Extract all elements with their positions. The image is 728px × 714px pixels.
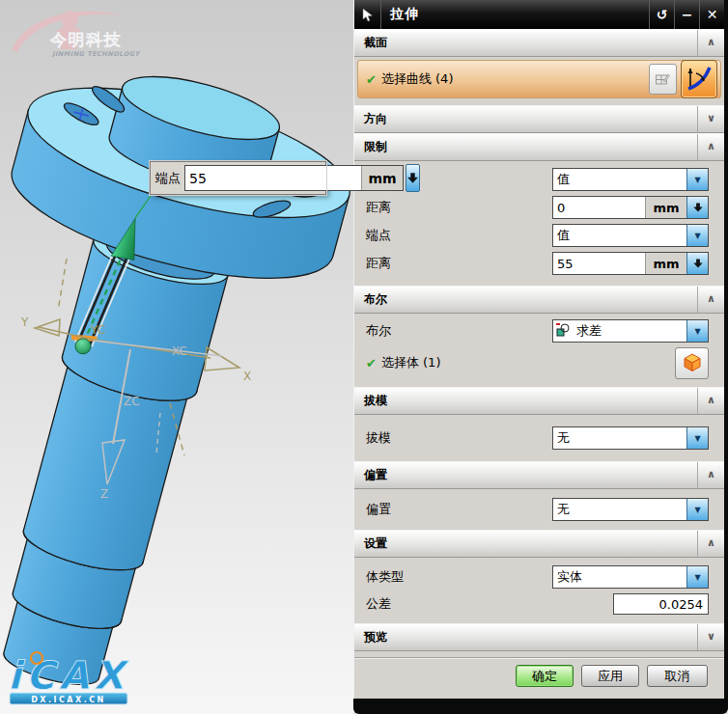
dropdown-arrow-icon[interactable]: ▼ (686, 566, 708, 588)
chevron-collapse-icon[interactable]: ∧ (697, 462, 724, 488)
watermark-brand-cn: 今明科技 (49, 30, 122, 49)
chevron-collapse-icon[interactable]: ∧ (697, 531, 724, 557)
xc-axis-label: XC (172, 344, 187, 358)
ok-button[interactable]: 确定 (516, 665, 574, 687)
onscreen-end-distance-box: 端点 mm (150, 161, 326, 195)
chevron-collapse-icon[interactable]: ∧ (697, 30, 724, 56)
dialog-title: 拉伸 (381, 6, 649, 23)
section-header-preview[interactable]: 预览 ∨ (354, 623, 724, 651)
chevron-expand-icon[interactable]: ∨ (697, 624, 724, 650)
chevron-collapse-icon[interactable]: ∧ (697, 388, 724, 414)
sketch-section-button[interactable] (649, 64, 677, 95)
dropdown-arrow-icon[interactable]: ▼ (686, 320, 708, 342)
viewport-canvas: 今明科技 JINMING TECHNOLOGY (0, 0, 353, 714)
end-mode-dropdown[interactable]: 值 ▼ (552, 224, 709, 247)
dropdown-arrow-icon[interactable]: ▼ (686, 499, 708, 520)
dialog-minimize-button[interactable]: − (674, 0, 699, 29)
section-header-limits[interactable]: 限制 ∧ (354, 133, 724, 161)
select-curve-row[interactable]: ✔ 选择曲线 (4) (357, 60, 721, 98)
section-content-section: ✔ 选择曲线 (4) (354, 57, 724, 101)
chevron-collapse-icon[interactable]: ∧ (697, 134, 724, 160)
chevron-expand-icon[interactable]: ∨ (697, 106, 724, 132)
zc-axis-label: ZC (124, 395, 140, 408)
onscreen-end-distance-label: 端点 (154, 170, 184, 187)
tolerance-input[interactable] (613, 593, 709, 615)
apply-button[interactable]: 应用 (581, 665, 639, 687)
end-distance-options-button[interactable] (686, 253, 708, 274)
onscreen-end-distance-input[interactable] (185, 166, 361, 190)
draft-label: 拔模 (366, 429, 552, 447)
extrude-dialog: 拉伸 ↺ − ✕ 截面 ∧ ✔ 选择曲线 (4) (353, 0, 728, 714)
section-header-settings[interactable]: 设置 ∧ (354, 530, 724, 558)
boolean-label: 布尔 (366, 322, 552, 340)
sketch-section-icon (655, 71, 671, 88)
cancel-button[interactable]: 取消 (647, 665, 708, 687)
icax-wordmark: iCAX (8, 653, 129, 698)
check-icon: ✔ (366, 356, 377, 371)
dialog-drag-handle[interactable] (354, 0, 381, 29)
boolean-mode-dropdown[interactable]: 求差 ▼ (552, 319, 709, 343)
end-distance-label: 距离 (366, 255, 552, 272)
select-curve-label: 选择曲线 (4) (381, 70, 649, 88)
end-distance-field: mm (552, 252, 709, 275)
start-distance-field: mm (552, 196, 709, 219)
dropdown-arrow-icon[interactable]: ▼ (686, 225, 708, 246)
section-header-boolean[interactable]: 布尔 ∧ (354, 286, 724, 314)
z-axis-label: Z (100, 487, 108, 501)
start-distance-unit: mm (645, 197, 686, 218)
solid-cube-icon (682, 352, 703, 373)
select-body-label: 选择体 (1) (381, 354, 675, 371)
select-body-button[interactable] (675, 347, 709, 379)
dialog-close-button[interactable]: ✕ (699, 0, 724, 29)
down-arrow-icon (692, 258, 704, 269)
curve-icon (686, 66, 712, 93)
dropdown-arrow-icon[interactable]: ▼ (686, 427, 708, 449)
icax-logo: iCAX DX.ICAX.CN (8, 652, 129, 704)
app-window: 今明科技 JINMING TECHNOLOGY (0, 0, 728, 714)
chevron-collapse-icon[interactable]: ∧ (697, 287, 724, 313)
section-header-section[interactable]: 截面 ∧ (354, 29, 724, 57)
body-type-dropdown[interactable]: 实体 ▼ (552, 565, 709, 589)
down-arrow-icon (692, 202, 704, 213)
curve-select-button[interactable] (681, 60, 717, 98)
yc-axis-label: YC (90, 323, 105, 337)
offset-dropdown[interactable]: 无 ▼ (552, 498, 709, 521)
cursor-arrow-icon (361, 8, 374, 22)
onscreen-end-distance-field: mm (184, 165, 404, 191)
start-distance-options-button[interactable] (686, 197, 708, 218)
body-type-label: 体类型 (366, 568, 552, 586)
draft-dropdown[interactable]: 无 ▼ (552, 426, 709, 450)
x-axis-label: X (243, 370, 251, 383)
icax-url: DX.ICAX.CN (31, 696, 106, 704)
onscreen-end-distance-unit: mm (361, 166, 403, 190)
watermark-brand-en: JINMING TECHNOLOGY (51, 50, 140, 58)
start-distance-label: 距离 (366, 199, 552, 216)
dialog-reset-button[interactable]: ↺ (649, 0, 674, 29)
dialog-titlebar[interactable]: 拉伸 ↺ − ✕ (354, 0, 724, 29)
dialog-button-bar: 确定 应用 取消 (354, 659, 724, 687)
section-content-offset: 偏置 无 ▼ (354, 489, 724, 530)
section-header-offset[interactable]: 偏置 ∧ (354, 461, 724, 489)
onscreen-unit-options-button[interactable] (406, 164, 420, 192)
subtract-boolean-icon (555, 322, 571, 338)
end-distance-unit: mm (645, 253, 686, 274)
start-distance-input[interactable] (553, 197, 645, 218)
graphics-viewport[interactable]: 今明科技 JINMING TECHNOLOGY (0, 0, 353, 714)
section-content-boolean: 布尔 求差 ▼ ✔ 选择体 (1) (354, 314, 724, 383)
start-mode-dropdown[interactable]: 值 ▼ (552, 168, 709, 191)
tolerance-label: 公差 (366, 595, 613, 613)
dropdown-arrow-icon[interactable]: ▼ (686, 169, 708, 190)
section-header-draft[interactable]: 拔模 ∧ (354, 387, 724, 415)
y-axis-label: Y (20, 316, 29, 329)
end-label: 端点 (366, 227, 552, 244)
check-icon: ✔ (366, 72, 377, 87)
end-distance-input[interactable] (553, 253, 645, 274)
down-arrow-icon (406, 172, 419, 184)
section-content-draft: 拔模 无 ▼ (354, 415, 724, 457)
section-header-direction[interactable]: 方向 ∨ (354, 105, 724, 133)
offset-label: 偏置 (366, 501, 552, 518)
section-content-settings: 体类型 实体 ▼ 公差 (354, 558, 724, 619)
